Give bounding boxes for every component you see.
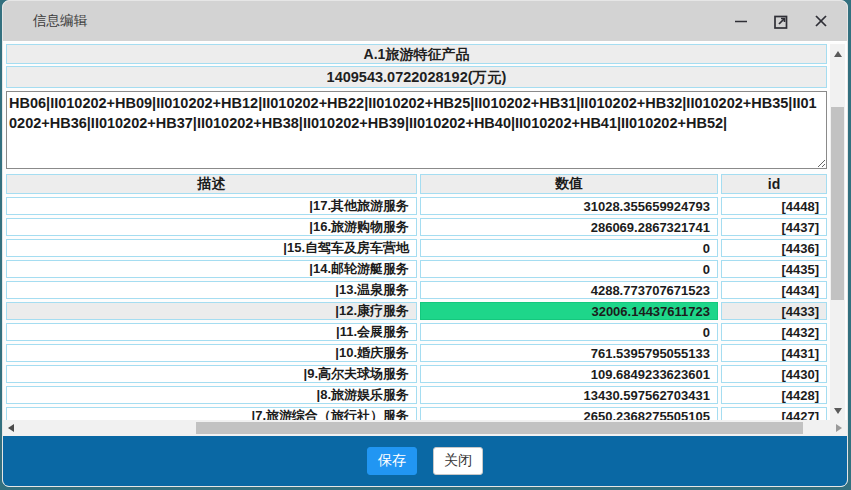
scroll-down-button[interactable] — [830, 403, 845, 418]
maximize-button[interactable] — [771, 11, 791, 31]
id-cell: [4436] — [721, 239, 827, 257]
column-header-id: id — [721, 174, 827, 194]
section-header: A.1旅游特征产品 — [6, 44, 827, 64]
dialog-title: 信息编辑 — [33, 12, 87, 30]
edit-dialog: 信息编辑 — [2, 0, 848, 487]
table-row[interactable]: |15.自驾车及房车营地 0 [4436] — [6, 239, 827, 257]
horizontal-scrollbar-thumb[interactable] — [196, 422, 803, 434]
value-cell[interactable]: 31028.355659924793 — [420, 197, 718, 215]
value-cell[interactable]: 4288.773707671523 — [420, 281, 718, 299]
triangle-right-icon — [836, 424, 842, 432]
table-body: |17.其他旅游服务 31028.355659924793 [4448] |16… — [6, 197, 827, 425]
horizontal-scrollbar[interactable] — [3, 420, 847, 436]
desc-cell: |9.高尔夫球场服务 — [6, 365, 417, 383]
table-row[interactable]: |14.邮轮游艇服务 0 [4435] — [6, 260, 827, 278]
id-cell: [4437] — [721, 218, 827, 236]
table-row[interactable]: |11.会展服务 0 [4432] — [6, 323, 827, 341]
dialog-footer: 保存 关闭 — [3, 436, 847, 486]
save-button[interactable]: 保存 — [367, 447, 417, 475]
total-value: 1409543.0722028192(万元) — [6, 66, 827, 88]
data-table: 描述 数值 id |17.其他旅游服务 31028.355659924793 [… — [6, 174, 827, 425]
table-row[interactable]: |9.高尔夫球场服务 109.6849233623601 [4430] — [6, 365, 827, 383]
value-cell[interactable]: 32006.14437611723 — [420, 302, 718, 320]
edit-form: A.1旅游特征产品 1409543.0722028192(万元) HB06|II… — [6, 44, 827, 425]
page-background: 信息编辑 — [0, 0, 851, 490]
triangle-down-icon — [834, 408, 842, 414]
id-cell: [4448] — [721, 197, 827, 215]
id-cell: [4430] — [721, 365, 827, 383]
minimize-button[interactable] — [731, 11, 751, 31]
desc-cell: |17.其他旅游服务 — [6, 197, 417, 215]
table-row[interactable]: |17.其他旅游服务 31028.355659924793 [4448] — [6, 197, 827, 215]
maximize-icon — [772, 12, 790, 30]
value-cell[interactable]: 13430.597562703431 — [420, 386, 718, 404]
value-cell[interactable]: 0 — [420, 260, 718, 278]
desc-cell: |15.自驾车及房车营地 — [6, 239, 417, 257]
column-header-value: 数值 — [420, 174, 718, 194]
scroll-up-button[interactable] — [830, 46, 845, 61]
vertical-scrollbar[interactable] — [830, 44, 845, 420]
value-cell[interactable]: 286069.2867321741 — [420, 218, 718, 236]
desc-cell: |12.康疗服务 — [6, 302, 417, 320]
scroll-right-button[interactable] — [832, 420, 846, 436]
close-icon — [812, 12, 830, 30]
table-row[interactable]: |10.婚庆服务 761.5395795055133 [4431] — [6, 344, 827, 362]
window-controls — [731, 11, 831, 31]
desc-cell: |10.婚庆服务 — [6, 344, 417, 362]
id-cell: [4435] — [721, 260, 827, 278]
table-row[interactable]: |13.温泉服务 4288.773707671523 [4434] — [6, 281, 827, 299]
triangle-left-icon — [8, 424, 14, 432]
desc-cell: |16.旅游购物服务 — [6, 218, 417, 236]
id-cell: [4431] — [721, 344, 827, 362]
close-button-footer[interactable]: 关闭 — [433, 447, 483, 475]
column-header-desc: 描述 — [6, 174, 417, 194]
desc-cell: |13.温泉服务 — [6, 281, 417, 299]
value-cell[interactable]: 109.6849233623601 — [420, 365, 718, 383]
desc-cell: |14.邮轮游艇服务 — [6, 260, 417, 278]
id-cell: [4434] — [721, 281, 827, 299]
table-row[interactable]: |12.康疗服务 32006.14437611723 [4433] — [6, 302, 827, 320]
table-row[interactable]: |16.旅游购物服务 286069.2867321741 [4437] — [6, 218, 827, 236]
close-button[interactable] — [811, 11, 831, 31]
id-cell: [4433] — [721, 302, 827, 320]
dialog-content: A.1旅游特征产品 1409543.0722028192(万元) HB06|II… — [3, 42, 847, 420]
table-row[interactable]: |8.旅游娱乐服务 13430.597562703431 [4428] — [6, 386, 827, 404]
triangle-up-icon — [834, 51, 842, 57]
desc-cell: |11.会展服务 — [6, 323, 417, 341]
desc-cell: |8.旅游娱乐服务 — [6, 386, 417, 404]
value-cell[interactable]: 761.5395795055133 — [420, 344, 718, 362]
id-cell: [4428] — [721, 386, 827, 404]
value-cell[interactable]: 0 — [420, 239, 718, 257]
formula-textarea[interactable]: HB06|II010202+HB09|II010202+HB12|II01020… — [6, 91, 827, 169]
dialog-titlebar[interactable]: 信息编辑 — [3, 1, 847, 41]
id-cell: [4432] — [721, 323, 827, 341]
table-header-row: 描述 数值 id — [6, 174, 827, 194]
value-cell[interactable]: 0 — [420, 323, 718, 341]
minimize-icon — [732, 12, 750, 30]
vertical-scrollbar-thumb[interactable] — [831, 107, 844, 300]
scroll-left-button[interactable] — [4, 420, 18, 436]
